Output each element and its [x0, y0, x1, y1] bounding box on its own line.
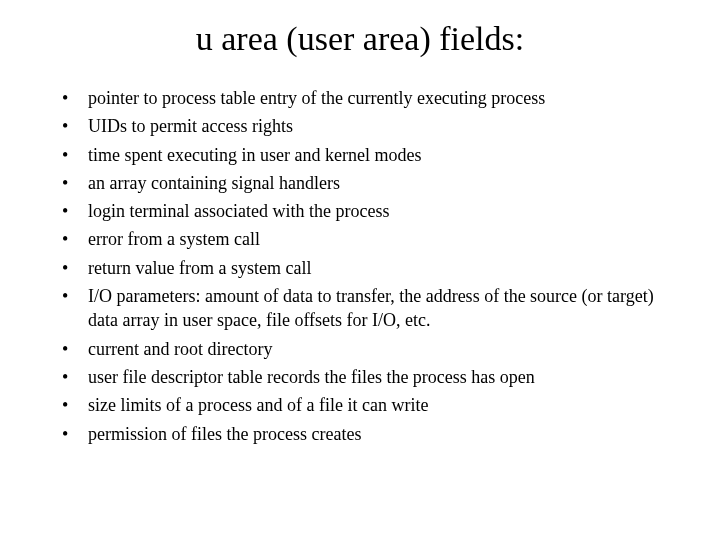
- bullet-list: pointer to process table entry of the cu…: [40, 86, 680, 446]
- slide-title: u area (user area) fields:: [40, 20, 680, 58]
- list-item: user file descriptor table records the f…: [62, 365, 670, 389]
- list-item: size limits of a process and of a file i…: [62, 393, 670, 417]
- list-item: UIDs to permit access rights: [62, 114, 670, 138]
- list-item: permission of files the process creates: [62, 422, 670, 446]
- slide: u area (user area) fields: pointer to pr…: [0, 0, 720, 540]
- list-item: error from a system call: [62, 227, 670, 251]
- list-item: return value from a system call: [62, 256, 670, 280]
- list-item: pointer to process table entry of the cu…: [62, 86, 670, 110]
- list-item: I/O parameters: amount of data to transf…: [62, 284, 670, 333]
- list-item: login terminal associated with the proce…: [62, 199, 670, 223]
- list-item: an array containing signal handlers: [62, 171, 670, 195]
- list-item: time spent executing in user and kernel …: [62, 143, 670, 167]
- list-item: current and root directory: [62, 337, 670, 361]
